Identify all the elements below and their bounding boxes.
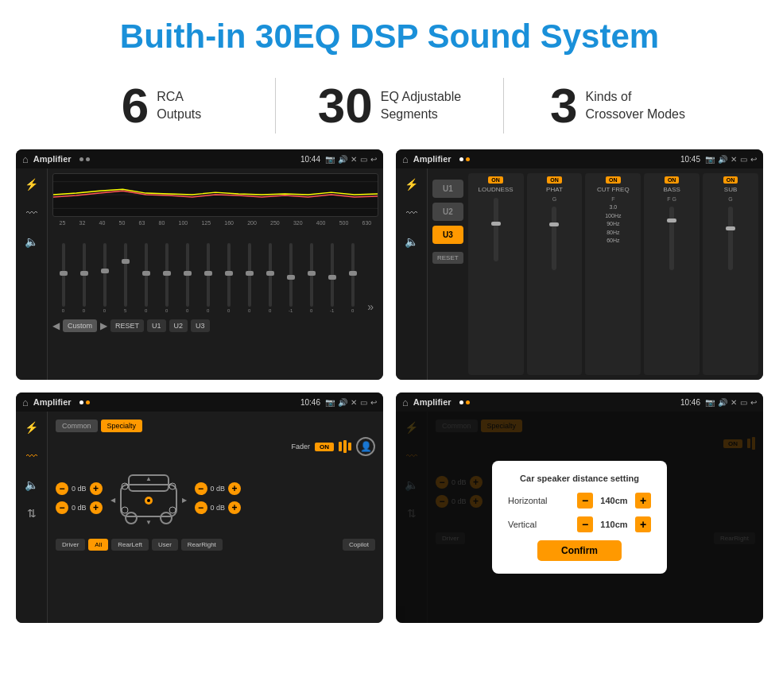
eq-slider-14[interactable]: 0 <box>343 243 362 313</box>
eq-btn-u2[interactable]: U2 <box>169 319 188 332</box>
crossover-sidebar-wave-icon[interactable]: 〰 <box>402 203 421 222</box>
db-minus-fr[interactable]: − <box>195 482 207 495</box>
eq-slider-11[interactable]: -1 <box>281 243 300 313</box>
fader-tabs: Common Specialty <box>56 420 375 432</box>
db-plus-rl[interactable]: + <box>90 501 103 514</box>
u2-btn[interactable]: U2 <box>432 203 463 221</box>
fader-sidebar-wave-icon[interactable]: 〰 <box>22 447 41 466</box>
eq-slider-5[interactable]: 0 <box>157 243 176 313</box>
tab-common[interactable]: Common <box>56 420 98 432</box>
sub-label: SUB <box>724 186 737 193</box>
phat-slider[interactable] <box>552 207 556 270</box>
btn-all[interactable]: All <box>88 539 108 551</box>
eq-slider-7[interactable]: 0 <box>199 243 217 313</box>
back-icon-4[interactable]: ↩ <box>750 398 757 407</box>
fader-sidebar-eq-icon[interactable]: ⚡ <box>22 418 41 437</box>
left-db-controls: − 0 dB + − 0 dB + <box>56 482 103 514</box>
eq-slider-2[interactable]: 0 <box>95 243 114 313</box>
back-icon-3[interactable]: ↩ <box>370 398 377 407</box>
dot-white-3 <box>459 400 463 404</box>
loudness-slider[interactable] <box>494 198 498 261</box>
bass-label: BASS <box>664 186 680 193</box>
crossover-main-area: U1 U2 U3 RESET ON LOUDNESS ON <box>428 168 763 380</box>
eq-slider-4[interactable]: 0 <box>137 243 155 313</box>
horizontal-stepper[interactable]: − 140cm + <box>577 493 651 509</box>
fader-user-icon[interactable]: 👤 <box>356 437 375 456</box>
channel-bass: ON BASS F G <box>644 173 700 375</box>
eq-btn-custom[interactable]: Custom <box>63 319 97 332</box>
db-minus-fl[interactable]: − <box>56 482 68 495</box>
vertical-plus-btn[interactable]: + <box>635 516 651 532</box>
db-plus-rr[interactable]: + <box>228 501 241 514</box>
db-control-fl: − 0 dB + <box>56 482 103 495</box>
cutfreq-on[interactable]: ON <box>606 176 621 184</box>
eq-slider-9[interactable]: 0 <box>240 243 258 313</box>
eq-slider-10[interactable]: 0 <box>261 243 279 313</box>
btn-driver[interactable]: Driver <box>56 539 85 551</box>
eq-scroll-right[interactable]: » <box>364 300 377 313</box>
horizontal-plus-btn[interactable]: + <box>635 493 651 509</box>
btn-rear-left[interactable]: RearLeft <box>111 539 149 551</box>
eq-btn-reset[interactable]: RESET <box>110 319 144 332</box>
eq-slider-1[interactable]: 0 <box>75 243 93 313</box>
sub-slider[interactable] <box>728 207 733 270</box>
btn-copilot[interactable]: Copilot <box>343 539 375 551</box>
distance-home-icon[interactable]: ⌂ <box>402 396 409 408</box>
btn-rear-right[interactable]: RearRight <box>181 539 223 551</box>
db-minus-rl[interactable]: − <box>56 501 68 514</box>
confirm-button[interactable]: Confirm <box>537 540 622 561</box>
bass-on[interactable]: ON <box>665 176 680 184</box>
loudness-on[interactable]: ON <box>488 176 503 184</box>
dot-orange <box>466 157 470 161</box>
vertical-minus-btn[interactable]: − <box>577 516 593 532</box>
crossover-reset-btn[interactable]: RESET <box>432 252 463 264</box>
stats-row: 6 RCA Outputs 30 EQ Adjustable Segments … <box>0 70 779 149</box>
horizontal-minus-btn[interactable]: − <box>577 493 593 509</box>
db-minus-rr[interactable]: − <box>195 501 207 514</box>
fader-time: 10:46 <box>300 398 320 407</box>
btn-user[interactable]: User <box>152 539 178 551</box>
eq-slider-13[interactable]: -1 <box>323 243 341 313</box>
home-icon[interactable]: ⌂ <box>22 153 29 165</box>
db-plus-fr[interactable]: + <box>228 482 241 495</box>
fader-dots <box>79 400 90 404</box>
crossover-home-icon[interactable]: ⌂ <box>402 153 409 165</box>
eq-slider-12[interactable]: 0 <box>302 243 320 313</box>
crossover-app-name: Amplifier <box>413 154 452 164</box>
db-plus-fl[interactable]: + <box>90 482 103 495</box>
back-icon-2[interactable]: ↩ <box>750 155 757 164</box>
channel-sub: ON SUB G <box>703 173 758 375</box>
fader-sidebar-arrows-icon[interactable]: ⇅ <box>22 504 41 523</box>
distance-dialog-overlay: Car speaker distance setting Horizontal … <box>396 412 763 623</box>
eq-sidebar-wave-icon[interactable]: 〰 <box>22 203 41 222</box>
horizontal-label: Horizontal <box>508 496 571 505</box>
distance-app-name: Amplifier <box>413 397 452 407</box>
bass-slider[interactable] <box>669 207 674 270</box>
fader-sidebar-speaker-icon[interactable]: 🔈 <box>22 475 41 494</box>
u3-btn[interactable]: U3 <box>432 226 463 244</box>
fader-main-area: Common Specialty Fader ON 👤 <box>48 412 383 623</box>
fader-on-toggle[interactable]: ON <box>315 443 334 451</box>
fader-sidebar: ⚡ 〰 🔈 ⇅ <box>16 412 48 623</box>
crossover-sidebar-speaker-icon[interactable]: 🔈 <box>402 232 421 251</box>
x-icon-2: ✕ <box>731 155 737 164</box>
eq-slider-6[interactable]: 0 <box>178 243 196 313</box>
eq-sidebar-eq-icon[interactable]: ⚡ <box>22 175 41 194</box>
crossover-sidebar-eq-icon[interactable]: ⚡ <box>402 175 421 194</box>
tab-specialty[interactable]: Specialty <box>101 420 143 432</box>
phat-on[interactable]: ON <box>547 176 562 184</box>
back-icon[interactable]: ↩ <box>370 155 377 164</box>
eq-btn-u1[interactable]: U1 <box>147 319 166 332</box>
fader-home-icon[interactable]: ⌂ <box>22 396 29 408</box>
eq-next-arrow[interactable]: ▶ <box>100 320 107 331</box>
eq-sidebar-speaker-icon[interactable]: 🔈 <box>22 232 41 251</box>
vertical-stepper[interactable]: − 110cm + <box>577 516 651 532</box>
eq-graph <box>52 173 378 217</box>
eq-btn-u3[interactable]: U3 <box>191 319 210 332</box>
eq-slider-8[interactable]: 0 <box>219 243 238 313</box>
sub-on[interactable]: ON <box>723 176 738 184</box>
eq-prev-arrow[interactable]: ◀ <box>52 320 60 331</box>
eq-slider-3[interactable]: 5 <box>116 243 134 313</box>
u1-btn[interactable]: U1 <box>432 180 463 198</box>
eq-slider-0[interactable]: 0 <box>54 243 72 313</box>
